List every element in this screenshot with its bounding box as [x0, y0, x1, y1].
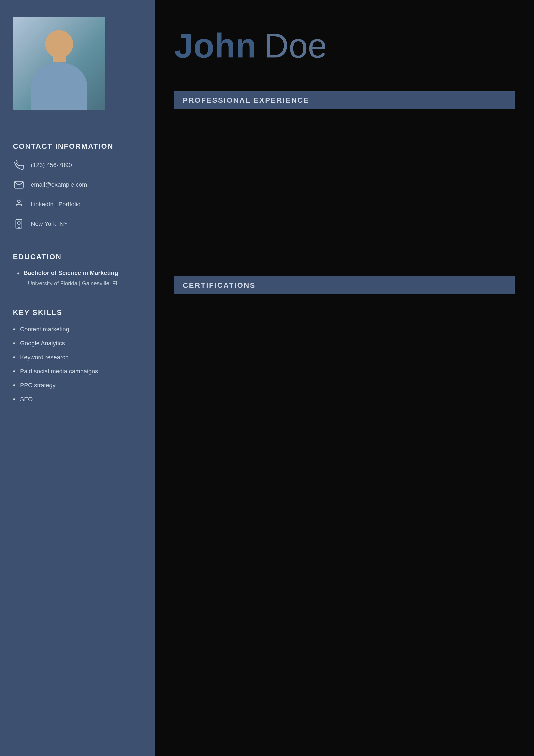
svg-rect-6 — [16, 220, 22, 228]
professional-experience-bar: PROFESSIONAL EXPERIENCE — [174, 91, 515, 109]
profile-photo — [13, 17, 105, 110]
phone-icon — [13, 159, 25, 171]
contact-section-title: CONTACT INFORMATION — [13, 142, 142, 150]
skill-item: Paid social media campaigns — [13, 367, 142, 375]
email-text: email@example.com — [31, 181, 87, 188]
professional-experience-section: PROFESSIONAL EXPERIENCE — [174, 83, 515, 255]
linkedin-text: LinkedIn | Portfolio — [31, 201, 80, 208]
education-degree: Bachelor of Science in Marketing — [17, 270, 142, 278]
contact-email: email@example.com — [13, 179, 142, 191]
contact-location: New York, NY — [13, 218, 142, 230]
location-text: New York, NY — [31, 220, 68, 227]
contact-linkedin: LinkedIn | Portfolio — [13, 198, 142, 210]
link-icon — [13, 198, 25, 210]
photo-neck — [53, 52, 65, 63]
skill-item: Keyword research — [13, 353, 142, 361]
contact-phone: (123) 456-7890 — [13, 159, 142, 171]
skills-section-title: KEY SKILLS — [13, 308, 142, 317]
education-section-title: EDUCATION — [13, 253, 142, 261]
main-content: John Doe PROFESSIONAL EXPERIENCE CERTIFI… — [155, 0, 534, 756]
certifications-bar: CERTIFICATIONS — [174, 276, 515, 294]
svg-point-7 — [18, 222, 20, 224]
skill-item: Google Analytics — [13, 339, 142, 347]
certifications-section: CERTIFICATIONS — [174, 268, 515, 375]
location-icon — [13, 218, 25, 230]
first-name: John — [174, 26, 256, 65]
svg-point-0 — [18, 200, 20, 202]
skill-item: Content marketing — [13, 325, 142, 333]
last-name: Doe — [264, 26, 327, 65]
sidebar: CONTACT INFORMATION (123) 456-7890 email… — [0, 0, 155, 756]
svg-line-5 — [21, 204, 22, 206]
skill-item: PPC strategy — [13, 381, 142, 389]
certifications-title: CERTIFICATIONS — [183, 281, 256, 289]
email-icon — [13, 179, 25, 191]
education-item: Bachelor of Science in Marketing Univers… — [13, 270, 142, 287]
name-header: John Doe — [174, 17, 515, 66]
skill-item: SEO — [13, 395, 142, 403]
phone-text: (123) 456-7890 — [31, 162, 72, 169]
photo-body — [31, 63, 87, 110]
svg-line-4 — [16, 204, 17, 206]
education-school: University of Florida | Gainesville, FL — [17, 280, 142, 287]
professional-experience-title: PROFESSIONAL EXPERIENCE — [183, 96, 309, 104]
